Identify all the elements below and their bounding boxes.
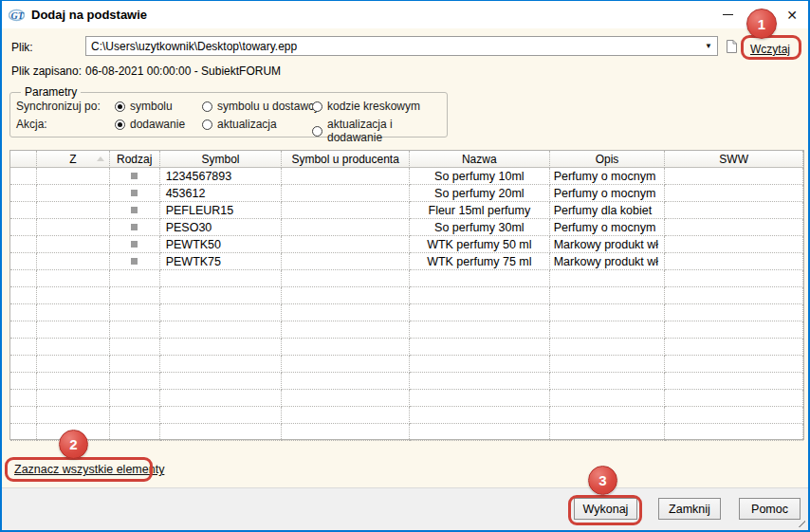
cell-z [37, 339, 110, 356]
cell-opis [550, 287, 666, 304]
cell-rodzaj [110, 168, 160, 185]
radio-aktualizacja[interactable]: aktualizacja [202, 118, 277, 131]
cell-symbol_producenta [282, 202, 410, 219]
execute-button[interactable]: Wykonaj [574, 498, 637, 520]
column-header-selector[interactable] [10, 151, 37, 168]
radio-label: kodzie kreskowym [327, 100, 420, 113]
cell-symbol [160, 270, 283, 287]
cell-rodzaj [110, 253, 160, 270]
cell-rodzaj [110, 270, 160, 287]
radio-label: dodawanie [130, 118, 185, 131]
cell-symbol_producenta [282, 373, 410, 390]
cell-z [37, 287, 110, 304]
cell-symbol_producenta [282, 356, 410, 373]
radio-symbolu-u-dostawcy[interactable]: symbolu u dostawcy [202, 100, 320, 113]
column-header-sww[interactable]: SWW [665, 151, 803, 168]
cell-symbol_producenta [282, 339, 410, 356]
cell-nazwa: WTK perfumy 75 ml [410, 253, 550, 270]
table-row-empty[interactable] [10, 407, 803, 424]
table-row[interactable]: 1234567893So perfumy 10mlPerfumy o mocny… [10, 168, 803, 185]
cell-z [37, 424, 110, 441]
close-dialog-button[interactable]: Zamknij [658, 498, 721, 520]
title-bar: GT Dodaj na podstawie ✕ [2, 1, 808, 28]
maximize-button[interactable] [744, 1, 776, 28]
action-label: Akcja: [16, 118, 47, 131]
cell-sel [10, 321, 37, 339]
item-type-icon [131, 190, 138, 196]
column-header-rodzaj[interactable]: Rodzaj [110, 151, 160, 168]
table-row-empty[interactable] [10, 287, 803, 304]
cell-z [37, 236, 110, 253]
table-row-empty[interactable] [10, 270, 803, 287]
table-row-empty[interactable] [10, 304, 803, 321]
table-row[interactable]: PEFLEUR15Fleur 15ml perfumyPerfumy dla k… [10, 202, 803, 219]
parameters-groupbox: Parametry Synchronizuj po: symbolu symbo… [9, 92, 448, 138]
cell-rodzaj [110, 339, 160, 356]
column-header-opis[interactable]: Opis [550, 151, 666, 168]
cell-z [37, 304, 110, 321]
table-row-empty[interactable] [10, 373, 803, 390]
cell-symbol: PEWTK50 [160, 236, 283, 253]
cell-symbol_producenta [282, 168, 410, 185]
table-row[interactable]: PEWTK75WTK perfumy 75 mlMarkowy produkt … [10, 253, 803, 270]
cell-rodzaj [110, 287, 160, 304]
cell-sel [10, 356, 37, 373]
table-row[interactable]: PESO30So perfumy 30mlPerfumy o mocnym [10, 219, 803, 236]
table-row-empty[interactable] [10, 321, 803, 339]
item-type-icon [131, 173, 138, 179]
column-header-symbol-u-producenta[interactable]: Symbol u producenta [282, 151, 410, 168]
cell-rodzaj [110, 424, 160, 441]
table-header-row: ZRodzajSymbolSymbol u producentaNazwaOpi… [10, 151, 803, 168]
table-row-empty[interactable] [10, 390, 803, 407]
cell-symbol [160, 407, 283, 424]
radio-dodawanie[interactable]: dodawanie [115, 118, 185, 131]
cell-sww [665, 424, 803, 441]
table-row-empty[interactable] [10, 339, 803, 356]
table-row-empty[interactable] [10, 424, 803, 441]
column-header-z[interactable]: Z [37, 151, 110, 168]
file-path-combobox[interactable]: C:\Users\uzytkownik\Desktop\towary.epp ▼ [85, 36, 718, 56]
table-row[interactable]: 453612So perfumy 20mlPerfumy o mocnym [10, 185, 803, 202]
close-button[interactable]: ✕ [776, 1, 808, 28]
cell-symbol_producenta [282, 236, 410, 253]
cell-sww [665, 321, 803, 339]
cell-nazwa [410, 390, 550, 407]
cell-symbol [160, 287, 283, 304]
cell-symbol: 453612 [160, 185, 283, 202]
minimize-button[interactable] [711, 1, 744, 28]
radio-symbolu[interactable]: symbolu [115, 100, 173, 113]
cell-sww [665, 253, 803, 270]
radio-icon [202, 119, 212, 130]
file-saved-label: Plik zapisano: [11, 64, 82, 78]
cell-symbol: PEWTK75 [160, 253, 283, 270]
browse-file-button[interactable] [723, 37, 741, 55]
cell-symbol [160, 304, 283, 321]
cell-rodzaj [110, 185, 160, 202]
help-button[interactable]: Pomoc [739, 498, 801, 520]
cell-sel [10, 424, 37, 441]
cell-opis: Perfumy o mocnym [550, 168, 666, 185]
cell-nazwa: So perfumy 20ml [410, 185, 550, 202]
load-link[interactable]: Wczytaj [750, 43, 790, 56]
item-type-icon [131, 207, 138, 213]
column-header-nazwa[interactable]: Nazwa [410, 151, 550, 168]
select-all-link[interactable]: Zaznacz wszystkie elementy [14, 463, 164, 476]
item-type-icon [131, 224, 138, 230]
cell-z [37, 356, 110, 373]
cell-sel [10, 407, 37, 424]
cell-nazwa [410, 287, 550, 304]
radio-aktualizacja-i-dodawanie[interactable]: aktualizacja i dodawanie [312, 118, 447, 144]
chevron-down-icon[interactable]: ▼ [700, 42, 717, 50]
cell-z [37, 390, 110, 407]
table-row[interactable]: PEWTK50WTK perfumy 50 mlMarkowy produkt … [10, 236, 803, 253]
new-document-icon [726, 39, 738, 54]
table-row-empty[interactable] [10, 356, 803, 373]
cell-z [37, 168, 110, 185]
column-header-symbol[interactable]: Symbol [160, 151, 283, 168]
maximize-icon [755, 10, 764, 19]
cell-symbol [160, 373, 283, 390]
cell-sel [10, 185, 37, 202]
cell-z [37, 253, 110, 270]
radio-kodzie-kreskowym[interactable]: kodzie kreskowym [312, 100, 420, 113]
close-icon: ✕ [786, 9, 798, 22]
